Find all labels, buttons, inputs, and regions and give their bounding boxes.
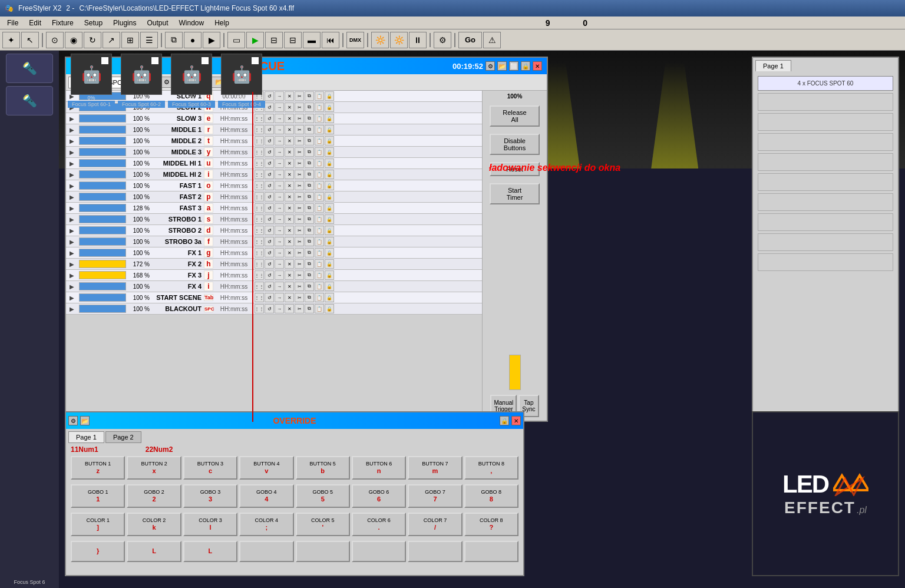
gobo-btn-5[interactable]: GOBO 5 5 — [296, 484, 350, 508]
gobo-btn-1[interactable]: GOBO 1 1 — [71, 484, 125, 508]
gobo-btn-4[interactable]: GOBO 4 4 — [239, 484, 293, 508]
sidebar-fixture-icon-2: 🔦 — [22, 94, 37, 108]
gobo-btn-3[interactable]: GOBO 3 3 — [183, 484, 237, 508]
disable-buttons-btn[interactable]: Disable Buttons — [490, 134, 540, 155]
toolbar-triangle[interactable]: ▶ — [203, 32, 220, 48]
start-timer-btn[interactable]: Start Timer — [490, 183, 540, 204]
toolbar-go[interactable]: Go — [458, 32, 482, 48]
toolbar-grid[interactable]: ⊞ — [121, 32, 139, 48]
color-btn-8[interactable]: COLOR 8 ? — [464, 513, 518, 536]
gobo-btn-8[interactable]: GOBO 8 8 — [464, 484, 518, 508]
fixture-iconbox-4[interactable]: 🤖 — [221, 54, 262, 95]
panel-empty-2 — [758, 113, 893, 131]
fixture-iconbox-1[interactable]: 🤖 — [71, 54, 112, 95]
counter-display: 9 0 — [235, 18, 903, 28]
toolbar-dmx[interactable]: DMX — [346, 32, 364, 48]
toolbar-sliders[interactable]: ⊟ — [284, 32, 302, 48]
override-btn-7[interactable]: BUTTON 7 m — [408, 456, 462, 480]
toolbar-rotate[interactable]: ↻ — [84, 32, 101, 48]
level-indicator — [509, 355, 521, 390]
toolbar-pointer[interactable]: ↗ — [103, 32, 120, 48]
menu-output[interactable]: Output — [142, 18, 173, 28]
toolbar-settings[interactable]: ⚙ — [434, 32, 451, 48]
override-extra-grid: } L L — [66, 539, 523, 564]
toolbar-circle3[interactable]: ● — [184, 32, 202, 48]
override-btn-8[interactable]: BUTTON 8 , — [464, 456, 518, 480]
color-btn-7[interactable]: COLOR 7 / — [408, 513, 462, 536]
extra-btn-4[interactable] — [239, 541, 293, 562]
extra-btn-8[interactable] — [464, 541, 518, 562]
panel-empty-6 — [758, 193, 893, 211]
override-close-btn[interactable]: ✕ — [511, 416, 521, 425]
menu-file[interactable]: File — [2, 18, 23, 28]
extra-btn-6[interactable] — [352, 541, 406, 562]
gobo-btn-2[interactable]: GOBO 2 2 — [127, 484, 181, 508]
fixture-iconbox-2[interactable]: 🤖 — [121, 54, 162, 95]
color-btn-3[interactable]: COLOR 3 l — [183, 513, 237, 536]
toolbar-cursor[interactable]: ✦ — [2, 32, 20, 48]
override-toolbar-right: 🔒 ✕ — [500, 416, 521, 425]
gobo-btn-7[interactable]: GOBO 7 7 — [408, 484, 462, 508]
override-page1-tab[interactable]: Page 1 — [68, 431, 104, 443]
toolbar-play[interactable]: ▶ — [246, 32, 264, 48]
app-title: FreeStyler X2 — [18, 4, 61, 12]
override-window: ⚙ 📂 OVERRIDE 🔒 ✕ Page 1 Page 2 11Num1 22… — [65, 411, 524, 576]
menu-edit[interactable]: Edit — [24, 18, 46, 28]
toolbar-pause[interactable]: ⏸ — [409, 32, 427, 48]
override-btn-2[interactable]: BUTTON 2 x — [127, 456, 181, 480]
sidebar-fixture-2[interactable]: 🔦 — [6, 86, 53, 115]
color-btn-6[interactable]: COLOR 6 . — [352, 513, 406, 536]
gobo-btn-6[interactable]: GOBO 6 6 — [352, 484, 406, 508]
table-row: ▶ 100 % MIDDEL HI 2 i HH:mm:ss ⋮⋮ ↺ → ✕ … — [66, 169, 482, 180]
color-btn-2[interactable]: COLOR 2 k — [127, 513, 181, 536]
override-btn-3[interactable]: BUTTON 3 c — [183, 456, 237, 480]
override-btn-5[interactable]: BUTTON 5 b — [296, 456, 350, 480]
sidebar: 🔦 🔦 Focus Spot 6 — [0, 51, 59, 588]
menu-setup[interactable]: Setup — [80, 18, 107, 28]
toolbar-bar[interactable]: ▬ — [303, 32, 321, 48]
override-btn-6[interactable]: BUTTON 6 n — [352, 456, 406, 480]
menu-plugins[interactable]: Plugins — [108, 18, 141, 28]
menu-window[interactable]: Window — [174, 18, 209, 28]
cue-body: ▶ 100 % SLOW 1 q 00:00:00 ⋮⋮ ↺ → ✕ ✂ ⧉ 📋 — [66, 91, 547, 419]
file-path: C:\FreeStyler\Locations\LED-EFFECT Light… — [79, 4, 294, 12]
cue-side-panel: 100% Release All Disable Buttons Reset S… — [482, 91, 547, 419]
menu-fixture[interactable]: Fixture — [47, 18, 78, 28]
toolbar-copy[interactable]: ⧉ — [165, 32, 183, 48]
menu-help[interactable]: Help — [210, 18, 234, 28]
toolbar-circle2[interactable]: ◉ — [65, 32, 82, 48]
extra-btn-2[interactable]: L — [127, 541, 181, 562]
toolbar-fixture1[interactable]: 🔆 — [371, 32, 389, 48]
override-folder-btn[interactable]: 📂 — [80, 416, 90, 425]
toolbar-grid2[interactable]: ⊟ — [265, 32, 283, 48]
toolbar-list[interactable]: ☰ — [140, 32, 158, 48]
color-btn-5[interactable]: COLOR 5 ' — [296, 513, 350, 536]
toolbar-arrow[interactable]: ↖ — [21, 32, 39, 48]
fixture-iconbox-3[interactable]: 🤖 — [171, 54, 212, 95]
extra-btn-5[interactable] — [296, 541, 350, 562]
play-btn-3[interactable]: ▶ — [66, 115, 78, 122]
table-row: ▶ 128 % FAST 3 a HH:mm:ss ⋮⋮ ↺ → ✕ ✂ ⧉ 📋 — [66, 203, 482, 214]
override-btn-1[interactable]: BUTTON 1 z — [71, 456, 125, 480]
toolbar-skip[interactable]: ⏮ — [322, 32, 339, 48]
led-logo: LED EFFECT .pl — [752, 411, 899, 576]
override-btn-4[interactable]: BUTTON 4 v — [239, 456, 293, 480]
extra-btn-3[interactable]: L — [183, 541, 237, 562]
effect-text: EFFECT — [784, 498, 856, 517]
table-row: ▶ 100 % START SCENE Tab HH:mm:ss ⋮⋮ ↺ → … — [66, 292, 482, 303]
led-wave-icon — [833, 473, 868, 496]
toolbar-fixture2[interactable]: 🔆 — [390, 32, 408, 48]
toolbar-warning[interactable]: ⚠ — [483, 32, 501, 48]
sidebar-fixture-1[interactable]: 🔦 — [6, 54, 53, 83]
toolbar-rect[interactable]: ▭ — [227, 32, 245, 48]
override-title: OVERRIDE — [273, 416, 316, 425]
color-btn-1[interactable]: COLOR 1 ] — [71, 513, 125, 536]
toolbar-circle1[interactable]: ⊙ — [46, 32, 64, 48]
table-row: ▶ 172 % FX 2 h HH:mm:ss ⋮⋮ ↺ → ✕ ✂ ⧉ 📋 🔒 — [66, 259, 482, 270]
extra-btn-7[interactable] — [408, 541, 462, 562]
override-page2-tab[interactable]: Page 2 — [105, 431, 141, 443]
override-lock-btn[interactable]: 🔒 — [500, 416, 509, 425]
color-btn-4[interactable]: COLOR 4 ; — [239, 513, 293, 536]
extra-btn-1[interactable]: } — [71, 541, 125, 562]
override-settings-btn[interactable]: ⚙ — [68, 416, 78, 425]
